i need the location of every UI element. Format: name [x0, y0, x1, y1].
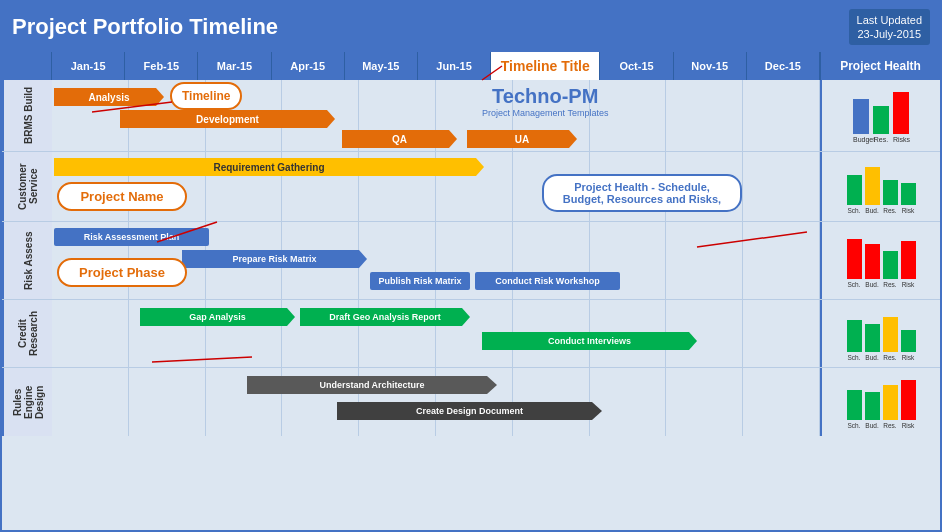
bar-req-gathering: Requirement Gathering — [54, 158, 484, 176]
bar-gap-analysis: Gap Analysis — [140, 308, 295, 326]
row-content-rules: Understand Architecture Create Design Do… — [52, 368, 820, 436]
months-container: Jan-15 Feb-15 Mar-15 Apr-15 May-15 Jun-1… — [52, 52, 820, 80]
row-content-customer: Requirement Gathering Project Name Proje… — [52, 152, 820, 221]
row-credit: Credit Research Gap Analysis Draft Geo A… — [2, 300, 940, 368]
bar-publish-risk: Publish Risk Matrix — [370, 272, 470, 290]
month-nov: Nov-15 — [674, 52, 747, 80]
header: Project Portfolio Timeline Last Updated … — [2, 2, 940, 52]
month-mar: Mar-15 — [198, 52, 271, 80]
row-label-spacer — [2, 52, 52, 80]
row-label-brms: BRMS Build — [2, 80, 52, 151]
row-content-brms: Analysis Development QA UA Timeline — [52, 80, 820, 151]
timeline-header: Jan-15 Feb-15 Mar-15 Apr-15 May-15 Jun-1… — [2, 52, 940, 80]
bar-ua: UA — [467, 130, 577, 148]
bar-understand-arch: Understand Architecture — [247, 376, 497, 394]
row-rules: Rules Engine Design Understand Architect… — [2, 368, 940, 436]
logo-name: Techno-PM — [482, 85, 608, 108]
row-content-risk: Risk Assessment Plan Prepare Risk Matrix… — [52, 222, 820, 299]
bar-prepare-risk: Prepare Risk Matrix — [182, 250, 367, 268]
row-health-customer: Sch. Bud. Res. Risk — [820, 152, 940, 221]
bar-analysis: Analysis — [54, 88, 164, 106]
row-health-rules: Sch. Bud. Res. Risk — [820, 368, 940, 436]
bar-conduct-risk: Conduct Risk Workshop — [475, 272, 620, 290]
callout-project-name: Project Name — [57, 182, 187, 211]
month-feb: Feb-15 — [125, 52, 198, 80]
main-container: Project Portfolio Timeline Last Updated … — [0, 0, 942, 532]
bar-draft-geo: Draft Geo Analysis Report — [300, 308, 470, 326]
row-health-risk: Sch. Bud. Res. Risk — [820, 222, 940, 299]
month-may: May-15 — [345, 52, 418, 80]
callout-timeline: Timeline — [170, 82, 242, 110]
health-bar-resources — [873, 106, 889, 134]
row-label-customer: Customer Service — [2, 152, 52, 221]
row-label-risk: Risk Assess — [2, 222, 52, 299]
bar-conduct-interviews: Conduct Interviews — [482, 332, 697, 350]
month-jun: Jun-15 — [418, 52, 491, 80]
month-apr: Apr-15 — [272, 52, 345, 80]
row-health-credit: Sch. Bud. Res. Risk — [820, 300, 940, 367]
row-label-rules: Rules Engine Design — [2, 368, 52, 436]
callout-project-phase: Project Phase — [57, 258, 187, 287]
callout-project-health: Project Health - Schedule, Budget, Resou… — [542, 174, 742, 212]
month-timeline-title: Timeline Title — [491, 52, 600, 80]
month-dec: Dec-15 — [747, 52, 820, 80]
last-updated: Last Updated 23-July-2015 — [849, 9, 930, 46]
row-customer: Customer Service Requirement Gathering P… — [2, 152, 940, 222]
health-bar-risks — [893, 92, 909, 134]
row-risk: Risk Assess Risk Assessment Plan Prepare… — [2, 222, 940, 300]
bar-development: Development — [120, 110, 335, 128]
health-header: Project Health — [820, 52, 940, 80]
bar-risk-plan: Risk Assessment Plan — [54, 228, 209, 246]
month-oct: Oct-15 — [600, 52, 673, 80]
health-bar-budget — [853, 99, 869, 134]
row-label-credit: Credit Research — [2, 300, 52, 367]
row-content-credit: Gap Analysis Draft Geo Analysis Report C… — [52, 300, 820, 367]
bar-qa: QA — [342, 130, 457, 148]
logo-subtitle: Project Management Templates — [482, 108, 608, 118]
row-brms: BRMS Build Analysis Development — [2, 80, 940, 152]
content-area: BRMS Build Analysis Development — [2, 80, 940, 436]
row-health-brms: Budget Res. Risks — [820, 80, 940, 151]
logo-area: Techno-PM Project Management Templates — [482, 85, 608, 118]
page-title: Project Portfolio Timeline — [12, 14, 849, 40]
month-jan: Jan-15 — [52, 52, 125, 80]
bar-create-design: Create Design Document — [337, 402, 602, 420]
